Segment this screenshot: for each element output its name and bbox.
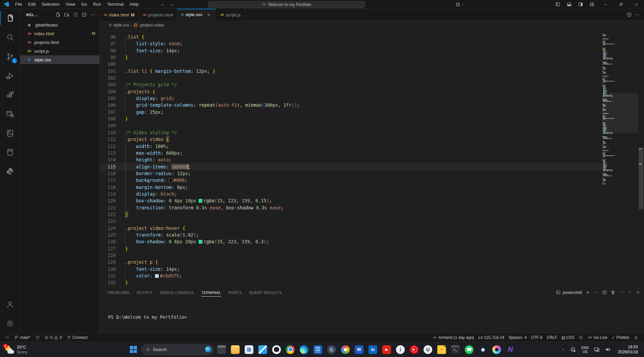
file-item-.gitattributes[interactable]: ◆.gitattributes (20, 20, 99, 29)
taskbar-app-file-explorer[interactable] (229, 342, 242, 357)
customize-layout-button[interactable] (586, 0, 598, 9)
taskbar-search[interactable]: Search (141, 344, 214, 355)
maximize-panel-icon[interactable] (627, 290, 632, 295)
collapse-folders-icon[interactable] (81, 11, 88, 18)
window-minimize-button[interactable] (598, 0, 613, 9)
menu-help[interactable]: Help (127, 0, 142, 8)
new-file-icon[interactable] (54, 11, 62, 18)
activity-source-control-icon[interactable]: 1 (0, 47, 20, 66)
more-actions-icon[interactable] (89, 11, 97, 18)
breadcrumb[interactable]: # style.css › .project video (100, 21, 644, 30)
split-terminal-icon[interactable] (602, 290, 607, 295)
encoding-status[interactable]: UTF-8 (529, 334, 544, 341)
taskbar-app-word[interactable]: W (352, 342, 366, 357)
start-button[interactable] (127, 343, 140, 356)
tab-index.html[interactable]: <>index.htmlM (100, 9, 139, 21)
tab-close-icon[interactable] (206, 12, 212, 18)
tab-projects.html[interactable]: <>projects.html (139, 9, 177, 21)
prettier-status[interactable]: ✓Prettier (610, 334, 631, 341)
taskbar-app-notebook-app[interactable] (311, 342, 325, 357)
scrollbar-thumb[interactable] (639, 148, 643, 209)
sql-connect-status[interactable]: Connect (65, 334, 89, 341)
menu-terminal[interactable]: Terminal (104, 0, 127, 8)
git-blame-status[interactable]: Armand (1 day ago) (431, 334, 476, 341)
language-indicator[interactable]: ENG US (579, 344, 591, 356)
taskbar-app-github[interactable] (270, 342, 284, 357)
remote-indicator[interactable] (3, 334, 11, 341)
taskbar-app-google-app[interactable] (339, 342, 352, 357)
editor-more-actions-icon[interactable] (635, 12, 640, 17)
close-panel-icon[interactable] (636, 290, 641, 295)
indentation-status[interactable]: Spaces: 4 (507, 334, 528, 341)
tray-show-hidden-icons[interactable] (559, 344, 567, 356)
taskbar-app-chess-app[interactable]: ♘ (325, 342, 339, 357)
taskbar-app-store-app[interactable]: ⊞ (242, 342, 256, 357)
tray-emoji-icon[interactable] (568, 344, 579, 356)
activity-run-debug-icon[interactable] (0, 66, 20, 85)
activity-database-icon[interactable] (0, 143, 20, 162)
activity-settings-icon[interactable] (0, 314, 20, 333)
taskbar-app-edge[interactable] (297, 342, 311, 357)
problems-status[interactable]: 00 (43, 334, 63, 341)
toggle-primary-sidebar-button[interactable] (552, 0, 563, 9)
activity-mssql-icon[interactable] (0, 104, 20, 123)
taskbar-app-steam[interactable]: ◉ (476, 342, 490, 357)
file-item-projects.html[interactable]: <>projects.html (20, 38, 99, 47)
panel-tab-problems[interactable]: PROBLEMS (108, 287, 129, 298)
activity-notebooks-icon[interactable] (0, 123, 20, 143)
file-item-script.js[interactable]: JSscript.js (20, 47, 99, 55)
tab-script.js[interactable]: JSscript.js (216, 9, 245, 21)
language-mode-status[interactable]: {;}CSS (560, 334, 576, 341)
nav-forward-icon[interactable]: → (169, 2, 174, 7)
activity-account-icon[interactable] (0, 295, 20, 314)
panel-tab-ports[interactable]: PORTS (229, 287, 242, 298)
file-item-index.html[interactable]: <>index.htmlM (20, 29, 99, 38)
new-terminal-icon[interactable] (585, 290, 590, 295)
clock-widget[interactable]: 18:53 2026/01/18 (614, 344, 642, 356)
code-editor[interactable]: 96.list {97 list-style: none;98 font-siz… (100, 30, 602, 286)
terminal-output[interactable]: PS D:\Welcom to my Portfolio> (100, 298, 644, 320)
minimap[interactable] (602, 30, 638, 286)
taskbar-app-whatsapp[interactable]: ☎ (462, 342, 476, 357)
file-item-style.css[interactable]: #style.css (20, 55, 99, 64)
nav-back-icon[interactable]: ← (160, 2, 165, 7)
activity-search-icon[interactable] (0, 28, 20, 47)
window-restore-button[interactable] (613, 0, 629, 9)
activity-explorer-icon[interactable] (0, 9, 20, 28)
taskbar-app-youtube[interactable]: ▶ (380, 342, 394, 357)
menu-view[interactable]: View (63, 0, 78, 8)
cursor-position-status[interactable]: Ln 115, Col 24 (477, 334, 506, 341)
taskbar-app-youtube-music[interactable]: ▶ (407, 342, 421, 357)
taskbar-app-sticky-notes[interactable]: ~ (435, 342, 449, 357)
notifications-bell[interactable] (632, 334, 640, 341)
breadcrumb-symbol[interactable]: .project video (139, 23, 164, 28)
panel-tab-output[interactable]: OUTPUT (137, 287, 153, 298)
remote-layout-control[interactable] (455, 2, 465, 7)
eol-status[interactable]: CRLF (545, 334, 559, 341)
kill-terminal-icon[interactable] (610, 290, 615, 295)
tray-network-cast-icon[interactable] (592, 344, 602, 356)
toggle-panel-button[interactable] (563, 0, 575, 9)
breadcrumb-file[interactable]: style.css (113, 23, 129, 28)
panel-tab-debug-console[interactable]: DEBUG CONSOLE (160, 287, 194, 298)
menu-run[interactable]: Run (90, 0, 104, 8)
tab-style.css[interactable]: #style.css (177, 9, 216, 21)
editor-scrollbar[interactable] (638, 30, 644, 286)
refresh-explorer-icon[interactable] (72, 11, 79, 18)
menu-selection[interactable]: Selection (39, 0, 62, 8)
taskbar-app-terminal[interactable]: >_ (449, 342, 462, 357)
window-close-button[interactable] (629, 0, 644, 9)
menu-edit[interactable]: Edit (25, 0, 39, 8)
taskbar-app-info-app[interactable]: i (394, 342, 407, 357)
launch-profile-chevron-icon[interactable] (594, 290, 599, 295)
taskbar-app-chrome[interactable] (284, 342, 297, 357)
toggle-secondary-sidebar-button[interactable] (575, 0, 586, 9)
panel-tab-terminal[interactable]: TERMINAL (201, 287, 221, 298)
extension-disabled-status[interactable] (577, 334, 585, 341)
explorer-section-title[interactable]: WEL... (26, 13, 38, 17)
taskbar-app-purple-n-app[interactable]: N (504, 342, 517, 357)
activity-extensions-icon[interactable] (0, 85, 20, 104)
weather-widget[interactable]: 1 33°C Sunny (0, 342, 32, 357)
panel-tab-query-results[interactable]: QUERY RESULTS (249, 287, 282, 298)
terminal-shell-chip[interactable]: powershell (556, 290, 582, 295)
